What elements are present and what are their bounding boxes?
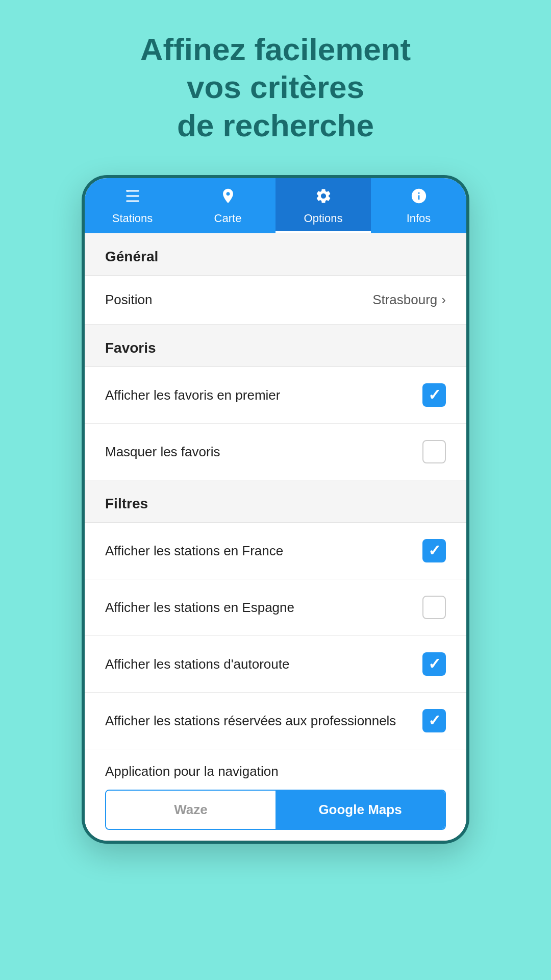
nav-google-maps-button[interactable]: Google Maps — [276, 791, 445, 829]
favoris-checkbox-1[interactable] — [422, 440, 446, 463]
filtres-checkbox-1[interactable] — [422, 596, 446, 619]
tab-carte-label: Carte — [214, 212, 242, 225]
headline-line3: de recherche — [177, 108, 374, 143]
gear-icon — [315, 187, 332, 209]
section-filtres-header: Filtres — [85, 480, 466, 523]
position-value: Strasbourg › — [372, 292, 446, 308]
list-icon — [124, 187, 141, 209]
position-label: Position — [105, 292, 372, 308]
tab-stations-label: Stations — [112, 212, 153, 225]
filtres-item-3-label: Afficher les stations réservées aux prof… — [105, 713, 422, 729]
headline-line1: Affinez facilement — [140, 32, 411, 67]
navigation-section: Application pour la navigation Waze Goog… — [85, 749, 466, 841]
filtres-item-1[interactable]: Afficher les stations en Espagne — [85, 579, 466, 636]
svg-rect-2 — [126, 201, 139, 202]
filtres-item-0-label: Afficher les stations en France — [105, 543, 422, 559]
section-favoris-header: Favoris — [85, 325, 466, 367]
position-city: Strasbourg — [372, 292, 437, 308]
phone-frame: Stations Carte Options — [82, 175, 469, 844]
tab-bar: Stations Carte Options — [85, 178, 466, 233]
tab-carte[interactable]: Carte — [180, 178, 276, 233]
map-pin-icon — [219, 187, 237, 209]
filtres-checkbox-0[interactable] — [422, 539, 446, 562]
filtres-checkbox-3[interactable] — [422, 709, 446, 732]
navigation-buttons: Waze Google Maps — [105, 790, 446, 830]
svg-rect-1 — [126, 195, 139, 197]
filtres-item-2-label: Afficher les stations d'autoroute — [105, 656, 422, 672]
filtres-checkbox-2[interactable] — [422, 652, 446, 676]
svg-rect-3 — [126, 190, 129, 192]
position-item[interactable]: Position Strasbourg › — [85, 276, 466, 325]
nav-waze-button[interactable]: Waze — [106, 791, 276, 829]
favoris-item-0-label: Afficher les favoris en premier — [105, 387, 422, 403]
chevron-right-icon: › — [441, 292, 446, 308]
tab-stations[interactable]: Stations — [85, 178, 180, 233]
tab-infos[interactable]: Infos — [371, 178, 466, 233]
section-general-header: Général — [85, 233, 466, 276]
filtres-item-0[interactable]: Afficher les stations en France — [85, 523, 466, 579]
tab-options[interactable]: Options — [276, 178, 371, 233]
tab-infos-label: Infos — [407, 212, 431, 225]
filtres-item-2[interactable]: Afficher les stations d'autoroute — [85, 636, 466, 693]
headline-line2: vos critères — [187, 69, 364, 105]
filtres-item-3[interactable]: Afficher les stations réservées aux prof… — [85, 693, 466, 749]
navigation-label: Application pour la navigation — [105, 764, 446, 779]
tab-options-label: Options — [304, 212, 343, 225]
info-icon — [410, 187, 428, 209]
favoris-item-1-label: Masquer les favoris — [105, 444, 422, 460]
favoris-item-0[interactable]: Afficher les favoris en premier — [85, 367, 466, 424]
headline: Affinez facilement vos critères de reche… — [99, 31, 452, 144]
favoris-checkbox-0[interactable] — [422, 383, 446, 407]
favoris-item-1[interactable]: Masquer les favoris — [85, 424, 466, 480]
options-content: Général Position Strasbourg › Favoris Af… — [85, 233, 466, 841]
filtres-item-1-label: Afficher les stations en Espagne — [105, 600, 422, 616]
